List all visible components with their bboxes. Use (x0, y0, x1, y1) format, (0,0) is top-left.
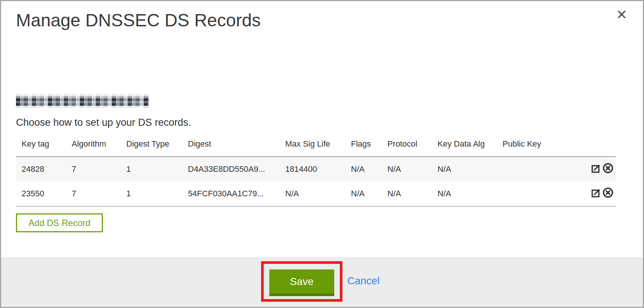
header-actions (553, 137, 616, 157)
cell-key-data-alg: N/A (432, 181, 497, 206)
cell-protocol: N/A (382, 181, 432, 206)
header-flags: Flags (345, 137, 382, 157)
cell-algorithm: 7 (66, 181, 121, 206)
cell-max-sig-life: 1814400 (280, 157, 345, 181)
manage-dnssec-dialog: Manage DNSSEC DS Records ✕ Choose how to… (0, 0, 644, 308)
cell-key-tag: 24828 (16, 157, 66, 181)
cancel-link[interactable]: Cancel (347, 275, 380, 287)
header-key-data-alg: Key Data Alg (432, 137, 497, 157)
table-header-row: Key tag Algorithm Digest Type Digest Max… (16, 137, 616, 157)
cell-key-data-alg: N/A (432, 157, 497, 181)
cell-public-key (497, 157, 553, 181)
table-row: 23550 7 1 54FCF030AA1C79... N/A N/A N/A … (16, 181, 616, 206)
table-row: 24828 7 1 D4A33E8DD550A9... 1814400 N/A … (16, 157, 616, 181)
save-annotation-red-box: Save (261, 261, 342, 302)
cell-max-sig-life: N/A (280, 181, 345, 206)
close-icon[interactable]: ✕ (614, 8, 630, 22)
edit-record-icon[interactable] (591, 163, 602, 174)
cell-public-key (497, 181, 553, 206)
add-ds-record-button[interactable]: Add DS Record (16, 213, 103, 232)
header-protocol: Protocol (382, 137, 432, 157)
header-public-key: Public Key (497, 137, 553, 157)
cell-flags: N/A (345, 157, 382, 181)
header-algorithm: Algorithm (66, 137, 121, 157)
cell-digest: D4A33E8DD550A9... (182, 157, 280, 181)
dialog-footer: Save Cancel (1, 257, 643, 307)
header-digest: Digest (182, 137, 280, 157)
header-digest-type: Digest Type (121, 137, 182, 157)
cell-digest: 54FCF030AA1C79... (182, 181, 280, 206)
header-max-sig-life: Max Sig Life (280, 137, 345, 157)
cell-flags: N/A (345, 181, 382, 206)
cell-digest-type: 1 (121, 157, 182, 181)
header-key-tag: Key tag (16, 137, 66, 157)
delete-record-icon[interactable] (602, 163, 614, 174)
delete-record-icon[interactable] (602, 187, 614, 198)
cell-digest-type: 1 (121, 181, 182, 206)
dialog-title: Manage DNSSEC DS Records (16, 10, 261, 30)
ds-records-table: Key tag Algorithm Digest Type Digest Max… (16, 137, 616, 207)
cell-protocol: N/A (382, 157, 432, 181)
save-button[interactable]: Save (269, 269, 334, 296)
cell-algorithm: 7 (66, 157, 121, 181)
edit-record-icon[interactable] (591, 187, 602, 198)
cell-key-tag: 23550 (16, 181, 66, 206)
domain-name-redacted (16, 94, 149, 108)
instruction-text: Choose how to set up your DS records. (16, 117, 191, 128)
